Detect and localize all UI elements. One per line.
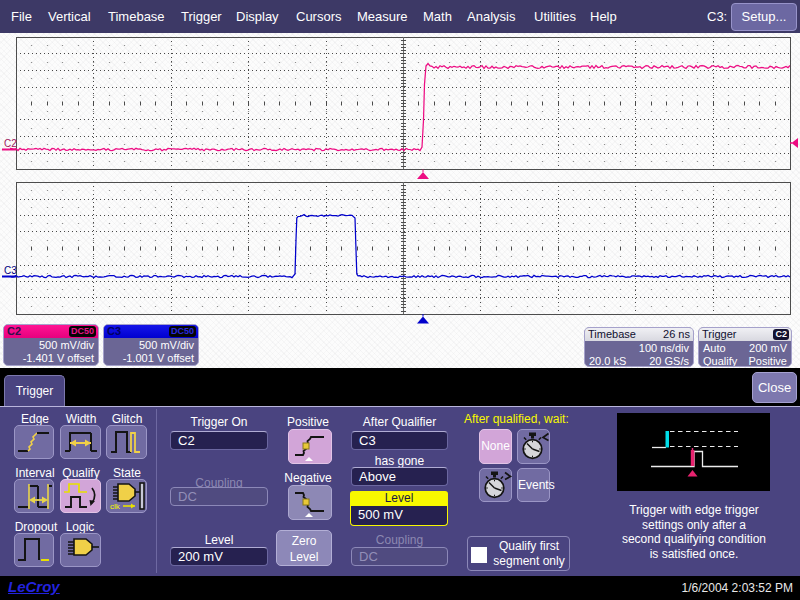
svg-text:C3: C3 [4, 265, 17, 276]
svg-text:C2: C2 [4, 138, 17, 149]
svg-text:clk: clk [110, 502, 121, 511]
